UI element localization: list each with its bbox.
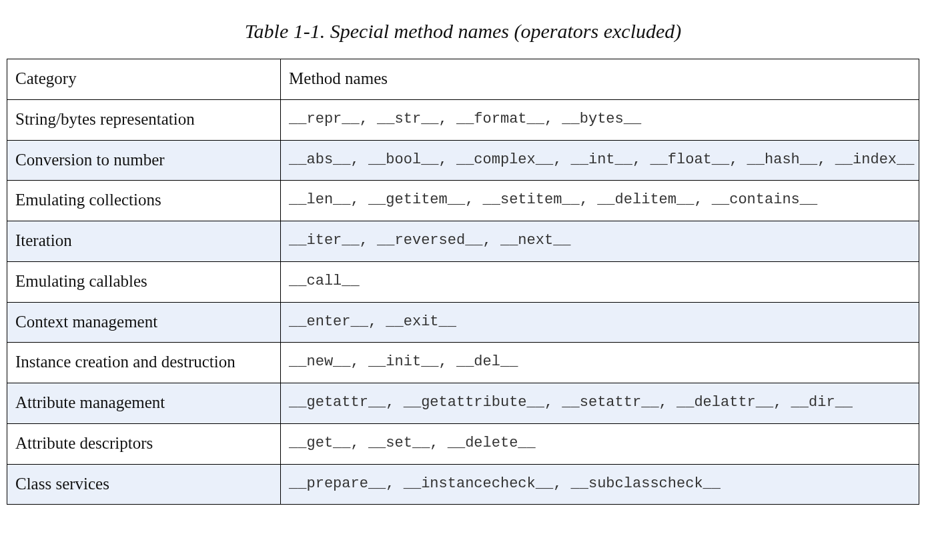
table-header-row: Category Method names	[7, 59, 919, 100]
cell-methods: __getattr__, __getattribute__, __setattr…	[281, 383, 919, 424]
cell-methods: __len__, __getitem__, __setitem__, __del…	[281, 181, 919, 221]
cell-methods: __iter__, __reversed__, __next__	[281, 221, 919, 262]
cell-category: Iteration	[7, 221, 281, 262]
table-row: String/bytes representation __repr__, __…	[7, 99, 919, 140]
page-content: Table 1-1. Special method names (operato…	[7, 20, 919, 505]
cell-category: Attribute descriptors	[7, 423, 281, 464]
cell-methods: __abs__, __bool__, __complex__, __int__,…	[281, 140, 919, 181]
cell-category: Emulating collections	[7, 181, 281, 221]
table-row: Emulating collections __len__, __getitem…	[7, 181, 919, 221]
header-category: Category	[7, 59, 281, 100]
cell-category: Attribute management	[7, 383, 281, 424]
table-row: Class services __prepare__, __instancech…	[7, 464, 919, 505]
cell-category: Instance creation and destruction	[7, 343, 281, 383]
cell-methods: __new__, __init__, __del__	[281, 343, 919, 383]
cell-category: Conversion to number	[7, 140, 281, 181]
header-method-names: Method names	[281, 59, 919, 100]
table-row: Instance creation and destruction __new_…	[7, 343, 919, 383]
table-row: Attribute descriptors __get__, __set__, …	[7, 423, 919, 464]
cell-category: Emulating callables	[7, 261, 281, 302]
table-row: Conversion to number __abs__, __bool__, …	[7, 140, 919, 181]
table-caption: Table 1-1. Special method names (operato…	[7, 20, 919, 43]
cell-methods: __repr__, __str__, __format__, __bytes__	[281, 99, 919, 140]
cell-category: String/bytes representation	[7, 99, 281, 140]
cell-methods: __call__	[281, 261, 919, 302]
cell-methods: __enter__, __exit__	[281, 302, 919, 343]
table-row: Context management __enter__, __exit__	[7, 302, 919, 343]
cell-methods: __prepare__, __instancecheck__, __subcla…	[281, 464, 919, 505]
table-row: Attribute management __getattr__, __geta…	[7, 383, 919, 424]
cell-category: Context management	[7, 302, 281, 343]
cell-category: Class services	[7, 464, 281, 505]
special-methods-table: Category Method names String/bytes repre…	[7, 59, 919, 505]
cell-methods: __get__, __set__, __delete__	[281, 423, 919, 464]
table-row: Iteration __iter__, __reversed__, __next…	[7, 221, 919, 262]
table-row: Emulating callables __call__	[7, 261, 919, 302]
